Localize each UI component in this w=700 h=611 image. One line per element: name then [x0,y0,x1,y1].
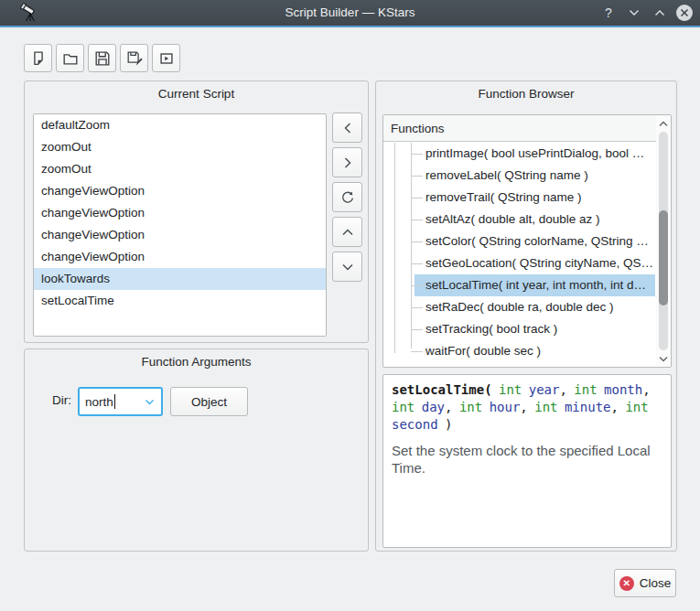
maximize-icon[interactable] [651,4,669,22]
chevron-down-icon[interactable] [145,399,155,406]
save-script-as-button[interactable] [120,44,148,72]
tree-branch-dash [411,220,423,220]
list-item[interactable]: zoomOut [34,158,326,180]
scroll-down-icon[interactable] [656,351,671,366]
tree-branch-dash [411,307,423,308]
titlebar[interactable]: Script Builder — KStars ? [0,0,700,26]
list-item-selected[interactable]: lookTowards [34,268,326,290]
help-icon[interactable]: ? [599,4,618,22]
titlebar-accent-line [0,26,700,27]
list-item[interactable]: zoomOut [34,136,326,158]
tree-item[interactable]: removeLabel( QString name ) [383,165,657,187]
list-item[interactable]: defaultZoom [34,114,326,136]
functions-tree-header[interactable]: Functions [383,115,671,142]
tree-item[interactable]: waitFor( double sec ) [383,340,657,362]
minimize-icon[interactable] [625,4,643,22]
save-script-button[interactable] [88,44,116,72]
test-script-icon [157,49,176,68]
close-button-label: Close [640,576,672,590]
function-browser-title: Function Browser [376,87,676,101]
list-item[interactable]: changeViewOption [34,224,326,246]
tree-item-selected[interactable]: setLocalTime( int year, int month, int d… [383,274,657,296]
tree-item[interactable]: setGeoLocation( QString cityName, QS… [383,252,657,274]
functions-tree[interactable]: Functions printImage( bool usePrintDialo… [382,114,672,368]
functions-tree-rows: printImage( bool usePrintDialog, bool … … [383,143,657,362]
tree-branch-dash [411,176,423,177]
tree-branch-dash [411,198,423,198]
list-item[interactable]: changeViewOption [34,246,326,268]
tree-item[interactable]: setRaDec( double ra, double dec ) [383,296,657,318]
function-signature: setLocalTime( int year, int month, int d… [392,381,662,434]
move-right-icon [342,156,353,169]
tree-branch-dash [411,329,423,330]
window-controls: ? [599,0,693,26]
dir-value: north [85,395,113,409]
tree-item[interactable]: setAltAz( double alt, double az ) [383,209,657,230]
function-arguments-title: Function Arguments [25,355,368,369]
tree-branch-dash [411,285,423,286]
tree-branch-dash [411,351,423,352]
current-script-title: Current Script [25,87,368,101]
reload-button[interactable] [332,182,362,212]
new-script-button[interactable] [24,44,52,72]
move-left-button[interactable] [332,113,362,143]
new-script-icon [29,49,48,68]
save-script-icon [93,49,112,68]
move-up-button[interactable] [332,217,362,247]
move-down-button[interactable] [332,252,362,282]
tree-item[interactable]: setColor( QString colorName, QString … [383,230,657,252]
dir-combobox[interactable]: north [78,387,163,416]
scrollbar-thumb[interactable] [659,210,668,306]
move-up-icon [341,227,354,238]
list-item[interactable]: changeViewOption [34,180,326,202]
tree-branch-dash [411,241,423,242]
text-cursor [114,394,115,409]
tree-item[interactable]: removeTrail( QString name ) [383,187,657,209]
reload-icon [340,190,355,205]
move-down-icon [341,262,354,273]
test-script-button[interactable] [152,44,180,72]
current-script-list[interactable]: defaultZoom zoomOut zoomOut changeViewOp… [33,113,327,337]
tree-item[interactable]: printImage( bool usePrintDialog, bool … [383,143,657,165]
window-title: Script Builder — KStars [0,0,700,26]
scroll-up-icon[interactable] [656,116,671,131]
open-script-button[interactable] [56,44,84,72]
list-item[interactable]: changeViewOption [34,202,326,224]
close-icon[interactable] [676,5,693,21]
tree-branch-dash [411,154,423,155]
current-script-group: Current Script defaultZoom zoomOut zoomO… [24,80,369,343]
close-red-icon: ✕ [619,576,634,591]
open-script-icon [61,49,80,68]
move-right-button[interactable] [332,147,362,177]
script-builder-window: Script Builder — KStars ? [0,0,700,611]
tree-branch-dash [411,263,423,264]
object-button[interactable]: Object [170,387,248,416]
function-help-box[interactable]: setLocalTime( int year, int month, int d… [382,374,672,548]
function-arguments-group: Function Arguments [24,348,369,552]
function-description: Set the system clock to the specified Lo… [392,442,662,477]
save-script-as-icon [125,49,144,68]
tree-scrollbar[interactable] [656,115,671,367]
move-left-icon [342,122,353,134]
dir-label: Dir: [52,393,71,407]
function-browser-group: Function Browser Functions printImage( b… [375,80,677,552]
list-item[interactable]: setLocalTime [34,290,326,312]
close-button[interactable]: ✕ Close [614,569,676,597]
tree-item[interactable]: setTracking( bool track ) [383,318,657,340]
